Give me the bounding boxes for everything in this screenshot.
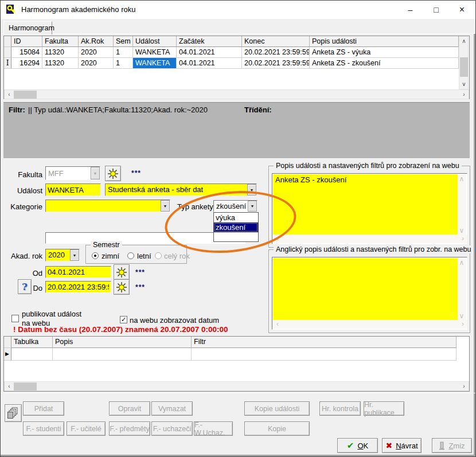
akad-rok-combobox[interactable]: 2020 ▼	[45, 249, 80, 261]
fakulta-picker-button[interactable]	[105, 166, 121, 181]
navrat-button[interactable]: ✖ Návrat	[382, 438, 422, 453]
dropdown-option-zkouseni[interactable]: zkoušení	[214, 222, 258, 232]
table-row[interactable]: ▶	[4, 348, 469, 361]
col-fakulta[interactable]: Fakulta	[42, 36, 79, 47]
scroll-up-icon[interactable]: ∧	[458, 259, 466, 266]
memo-vscrollbar[interactable]: ∧ ∨	[458, 174, 466, 235]
chevron-down-icon[interactable]: ▼	[247, 184, 256, 196]
cell-zacatek[interactable]: 04.01.2021	[177, 58, 242, 69]
f-predmety-button[interactable]: F.- předměty	[109, 421, 150, 436]
scroll-left-icon[interactable]: ‹	[274, 235, 281, 243]
col-filtr[interactable]: Filtr	[192, 337, 457, 348]
col-zacatek[interactable]: Začátek	[177, 36, 242, 47]
cell-id[interactable]: 15084	[11, 47, 42, 58]
zobrazovat-checkbox[interactable]: ✓	[120, 316, 127, 323]
cell-zacatek[interactable]: 04.01.2021	[177, 47, 242, 58]
scroll-up-icon[interactable]: ∧	[458, 175, 466, 182]
do-input[interactable]	[46, 282, 111, 292]
udalost-code-input[interactable]	[46, 184, 100, 196]
radio-zimni-label[interactable]: zimní	[102, 252, 119, 260]
web-popis-value[interactable]: Anketa ZS - zkoušení	[273, 174, 458, 235]
radio-zimni[interactable]	[92, 252, 99, 259]
col-sem[interactable]: Sem	[114, 36, 133, 47]
table-row[interactable]: 15084 11320 2020 1 WANKETA 04.01.2021 20…	[4, 47, 469, 58]
memo-vscrollbar[interactable]: ∧ ∨	[458, 258, 466, 321]
dropdown-option-vyuka[interactable]: výuka	[214, 213, 258, 222]
scroll-right-icon[interactable]: ›	[460, 90, 468, 99]
web-popis-memo[interactable]: Anketa ZS - zkoušení ∧ ∨ ‹ ›	[272, 173, 467, 244]
col-akrok[interactable]: Ak.Rok	[79, 36, 114, 47]
hscroll-thumb[interactable]	[14, 382, 37, 390]
zmiz-button[interactable]: Zmiz	[432, 438, 472, 453]
minimize-button[interactable]: –	[397, 1, 423, 18]
zobrazovat-checkbox-label[interactable]: na webu zobrazovat datum	[130, 316, 219, 325]
fakulta-combobox[interactable]: MFF ▼	[45, 166, 100, 180]
cell-fakulta[interactable]: 11320	[42, 58, 79, 69]
radio-letni[interactable]	[127, 252, 134, 259]
col-popis[interactable]: Popis události	[310, 36, 459, 47]
scroll-down-icon[interactable]: ∨	[458, 313, 466, 319]
col-popis[interactable]: Popis	[53, 337, 192, 348]
scroll-left-icon[interactable]: ‹	[5, 382, 13, 391]
col-konec[interactable]: Konec	[242, 36, 310, 47]
do-picker-button[interactable]	[114, 279, 130, 295]
maximize-button[interactable]: □	[423, 1, 449, 18]
f-studenti-button[interactable]: F.- studenti	[23, 421, 64, 436]
cell-filtr[interactable]	[192, 348, 457, 361]
hr-publikace-button[interactable]: Hr. publikace	[364, 401, 404, 416]
cell-udalost[interactable]: WANKETA	[133, 47, 177, 58]
cascade-button[interactable]	[5, 404, 22, 422]
scroll-right-icon[interactable]: ›	[459, 235, 466, 243]
cell-konec[interactable]: 20.02.2021 23:59:59	[242, 47, 310, 58]
chevron-down-icon[interactable]: ▼	[91, 167, 100, 179]
col-udalost[interactable]: Událost	[133, 36, 177, 47]
chevron-down-icon[interactable]: ▼	[248, 201, 257, 212]
f-uchazeci-button[interactable]: F.- uchazeči	[151, 421, 193, 436]
memo-hscrollbar[interactable]: ‹ ›	[273, 235, 467, 243]
cell-sem[interactable]: 1	[114, 47, 133, 58]
hr-kontrola-button[interactable]: Hr. kontrola	[319, 401, 361, 416]
kategorie-combobox[interactable]: ▼	[45, 200, 170, 212]
grid-hscrollbar[interactable]: ‹ ›	[4, 381, 469, 391]
chevron-down-icon[interactable]: ▼	[70, 249, 79, 261]
cell-sem[interactable]: 1	[114, 58, 133, 69]
f-ucitele-button[interactable]: F.- učitelé	[67, 421, 106, 436]
kopie-udalosti-button[interactable]: Kopie události	[244, 401, 310, 416]
cell-tabulka[interactable]	[11, 348, 53, 361]
cell-popis[interactable]: Anketa ZS - zkoušení	[310, 58, 459, 69]
udalost-name-combobox[interactable]: Studentská anketa - sběr dat ▼	[105, 183, 257, 196]
scroll-up-icon[interactable]: ∧	[459, 37, 469, 45]
cell-id[interactable]: 16294	[11, 58, 42, 69]
web-popis-en-memo[interactable]: ∧ ∨ ‹ ›	[272, 257, 467, 330]
grid-hscrollbar[interactable]: ‹ ›	[4, 89, 469, 99]
cell-popis[interactable]: Anketa ZS - výuka	[310, 47, 459, 58]
od-field[interactable]	[45, 266, 111, 278]
pridat-button[interactable]: Přidat	[23, 401, 64, 416]
vymazat-button[interactable]: Vymazat	[151, 401, 193, 416]
tab-harmonogram[interactable]: Harmonogram	[3, 21, 52, 34]
col-id[interactable]: ID	[11, 36, 42, 47]
scroll-left-icon[interactable]: ‹	[5, 90, 13, 99]
ok-button[interactable]: ✔ OK	[337, 438, 378, 453]
scroll-down-icon[interactable]: ∨	[458, 227, 466, 234]
udalost-code-field[interactable]	[45, 183, 101, 196]
opravit-button[interactable]: Opravit	[109, 401, 150, 416]
chevron-down-icon[interactable]: ▼	[161, 200, 170, 212]
scroll-down-icon[interactable]: ∨	[459, 80, 469, 88]
grid-vscrollbar[interactable]: ∧ ∨	[459, 36, 469, 89]
typ-ankety-combobox[interactable]: zkoušení ▼	[213, 200, 257, 212]
cell-akrok[interactable]: 2020	[79, 47, 114, 58]
hscroll-thumb[interactable]	[14, 91, 37, 99]
cell-konec[interactable]: 20.02.2021 23:59:59	[242, 58, 310, 69]
f-wuchaz-button[interactable]: F.- W.Uchaz.	[194, 421, 233, 436]
publikovat-checkbox[interactable]	[11, 315, 19, 322]
dropdown-option-empty[interactable]	[214, 232, 258, 242]
web-popis-en-value[interactable]	[273, 258, 458, 321]
od-picker-button[interactable]	[114, 264, 130, 280]
cell-fakulta[interactable]: 11320	[42, 47, 79, 58]
scroll-right-icon[interactable]: ›	[459, 320, 466, 328]
col-tabulka[interactable]: Tabulka	[11, 337, 53, 348]
cell-akrok[interactable]: 2020	[79, 58, 114, 69]
memo-hscrollbar[interactable]: ‹ ›	[273, 320, 467, 329]
do-field[interactable]	[45, 281, 111, 293]
